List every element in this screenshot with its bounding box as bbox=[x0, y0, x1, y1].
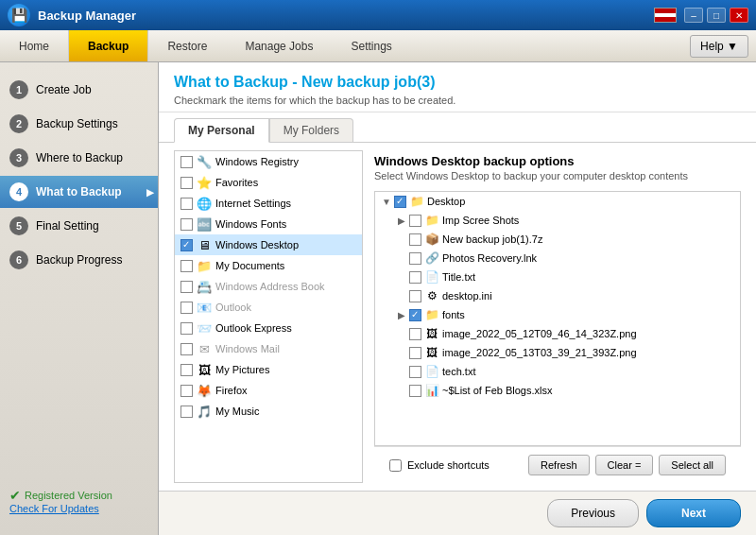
file-icon-feb-blogs: 📊 bbox=[424, 383, 439, 398]
folder-icon-imp-scree: 📁 bbox=[424, 213, 439, 228]
tree-item-photos-lnk[interactable]: 🔗 Photos Recovery.lnk bbox=[375, 249, 740, 268]
label-windows-mail: Windows Mail bbox=[215, 343, 280, 354]
list-item-favorites[interactable]: ⭐ Favorites bbox=[175, 172, 362, 193]
tree-check-desktop-ini[interactable] bbox=[409, 290, 421, 302]
label-firefox: Firefox bbox=[215, 385, 248, 396]
checkbox-my-pictures[interactable] bbox=[180, 364, 193, 376]
list-item-windows-fonts[interactable]: 🔤 Windows Fonts bbox=[175, 214, 362, 234]
list-item-my-music[interactable]: 🎵 My Music bbox=[175, 401, 362, 422]
tree-check-imp-scree[interactable] bbox=[409, 215, 421, 227]
sidebar-item-create-job[interactable]: 1 Create Job bbox=[0, 74, 158, 106]
step-label-5: Final Setting bbox=[36, 219, 99, 233]
tree-check-fonts[interactable] bbox=[409, 309, 421, 321]
exclude-shortcuts-label[interactable]: Exclude shortcuts bbox=[389, 459, 490, 472]
list-item-windows-address-book[interactable]: 📇 Windows Address Book bbox=[175, 276, 362, 297]
tree-label-backup-7z: New backup job(1).7z bbox=[442, 233, 542, 245]
checkbox-internet-settings[interactable] bbox=[180, 198, 193, 210]
sidebar-item-backup-settings[interactable]: 2 Backup Settings bbox=[0, 108, 158, 140]
tree-item-fonts[interactable]: ▶ 📁 fonts bbox=[375, 305, 740, 324]
step-num-3: 3 bbox=[9, 148, 28, 167]
checkbox-outlook[interactable] bbox=[180, 302, 193, 314]
tab-restore[interactable]: Restore bbox=[148, 30, 226, 61]
tree-check-image1[interactable] bbox=[409, 328, 421, 340]
list-item-outlook[interactable]: 📧 Outlook bbox=[175, 297, 362, 318]
help-button[interactable]: Help ▼ bbox=[690, 35, 748, 58]
tree-check-title-txt[interactable] bbox=[409, 271, 421, 284]
close-button[interactable]: ✕ bbox=[730, 8, 748, 23]
tree-item-image2[interactable]: 🖼 image_2022_05_13T03_39_21_393Z.png bbox=[375, 343, 740, 362]
tab-home[interactable]: Home bbox=[0, 30, 68, 61]
previous-button[interactable]: Previous bbox=[547, 499, 639, 527]
bottom-bar: Exclude shortcuts Refresh Clear = Select… bbox=[374, 446, 741, 483]
tree-item-desktop[interactable]: ▼ 📁 Desktop bbox=[375, 192, 740, 211]
list-item-windows-desktop[interactable]: 🖥 Windows Desktop bbox=[175, 234, 362, 255]
checkbox-windows-desktop[interactable] bbox=[180, 239, 193, 251]
sidebar-item-final-setting[interactable]: 5 Final Setting bbox=[0, 210, 158, 242]
checkbox-windows-fonts[interactable] bbox=[180, 218, 193, 231]
tab-manage-jobs[interactable]: Manage Jobs bbox=[226, 30, 332, 61]
tab-my-folders[interactable]: My Folders bbox=[269, 118, 353, 142]
expand-spacer bbox=[394, 250, 409, 266]
tree-check-backup-7z[interactable] bbox=[409, 233, 421, 246]
select-all-button[interactable]: Select all bbox=[659, 455, 726, 475]
sidebar-bottom: ✔ Registered Version Check For Updates bbox=[0, 478, 158, 524]
list-item-my-pictures[interactable]: 🖼 My Pictures bbox=[175, 359, 362, 380]
checkbox-windows-registry[interactable] bbox=[180, 156, 193, 168]
check-icon: ✔ bbox=[9, 488, 21, 503]
list-item-windows-registry[interactable]: 🔧 Windows Registry bbox=[175, 151, 362, 172]
checkbox-windows-address-book[interactable] bbox=[180, 281, 193, 293]
label-my-documents: My Documents bbox=[215, 260, 284, 271]
tree-check-photos-lnk[interactable] bbox=[409, 252, 421, 265]
refresh-button[interactable]: Refresh bbox=[528, 455, 590, 475]
tree-item-feb-blogs[interactable]: 📊 ~$List of Feb Blogs.xlsx bbox=[375, 381, 740, 400]
sidebar-item-backup-progress[interactable]: 6 Backup Progress bbox=[0, 244, 158, 276]
clear-button[interactable]: Clear = bbox=[595, 455, 654, 475]
checkbox-favorites[interactable] bbox=[180, 177, 193, 189]
tree-item-tech-txt[interactable]: 📄 tech.txt bbox=[375, 362, 740, 381]
icon-windows-mail: ✉ bbox=[197, 341, 212, 356]
checkbox-firefox[interactable] bbox=[180, 385, 193, 397]
tree-item-desktop-ini[interactable]: ⚙ desktop.ini bbox=[375, 286, 740, 305]
label-favorites: Favorites bbox=[215, 177, 258, 188]
tab-settings[interactable]: Settings bbox=[332, 30, 410, 61]
tree-item-title-txt[interactable]: 📄 Title.txt bbox=[375, 268, 740, 286]
tree-item-backup-7z[interactable]: 📦 New backup job(1).7z bbox=[375, 230, 740, 249]
tree-check-desktop[interactable] bbox=[394, 196, 406, 208]
maximize-button[interactable]: □ bbox=[707, 8, 726, 23]
label-outlook-express: Outlook Express bbox=[215, 322, 292, 334]
next-button[interactable]: Next bbox=[646, 499, 741, 527]
tree-label-photos-lnk: Photos Recovery.lnk bbox=[442, 252, 537, 264]
expand-icon[interactable]: ▶ bbox=[394, 213, 409, 228]
file-tree[interactable]: ▼ 📁 Desktop ▶ 📁 Imp Scree Shots bbox=[374, 191, 741, 446]
checkbox-my-documents[interactable] bbox=[180, 260, 193, 272]
folder-icon-desktop: 📁 bbox=[409, 194, 424, 209]
list-item-internet-settings[interactable]: 🌐 Internet Settings bbox=[175, 193, 362, 214]
list-item-my-documents[interactable]: 📁 My Documents bbox=[175, 255, 362, 276]
checkbox-windows-mail[interactable] bbox=[180, 343, 193, 355]
tree-check-image2[interactable] bbox=[409, 347, 421, 359]
label-windows-address-book: Windows Address Book bbox=[215, 281, 325, 292]
checkbox-my-music[interactable] bbox=[180, 406, 193, 418]
expand-icon-fonts[interactable]: ▶ bbox=[394, 307, 409, 322]
icon-my-pictures: 🖼 bbox=[197, 362, 212, 377]
tree-check-feb-blogs[interactable] bbox=[409, 385, 421, 397]
icon-windows-fonts: 🔤 bbox=[197, 216, 212, 232]
list-item-firefox[interactable]: 🦊 Firefox bbox=[175, 380, 362, 401]
tab-my-personal[interactable]: My Personal bbox=[174, 118, 269, 143]
list-item-outlook-express[interactable]: 📨 Outlook Express bbox=[175, 318, 362, 338]
tree-item-image1[interactable]: 🖼 image_2022_05_12T09_46_14_323Z.png bbox=[375, 324, 740, 343]
tree-check-tech-txt[interactable] bbox=[409, 366, 421, 378]
tab-backup[interactable]: Backup bbox=[68, 30, 148, 61]
check-updates-link[interactable]: Check For Updates bbox=[9, 503, 148, 514]
checkbox-outlook-express[interactable] bbox=[180, 322, 193, 335]
sidebar-item-where-to-backup[interactable]: 3 Where to Backup bbox=[0, 142, 158, 174]
minimize-button[interactable]: – bbox=[684, 8, 703, 23]
list-item-windows-mail[interactable]: ✉ Windows Mail bbox=[175, 338, 362, 359]
tree-item-imp-scree[interactable]: ▶ 📁 Imp Scree Shots bbox=[375, 211, 740, 230]
titlebar-left: 💾 Backup Manager bbox=[8, 4, 136, 26]
expand-icon[interactable]: ▼ bbox=[379, 194, 394, 209]
exclude-shortcuts-checkbox[interactable] bbox=[389, 459, 402, 472]
sidebar-item-what-to-backup[interactable]: 4 What to Backup bbox=[0, 176, 158, 208]
titlebar-controls: – □ ✕ bbox=[684, 8, 748, 23]
label-windows-registry: Windows Registry bbox=[215, 156, 299, 167]
